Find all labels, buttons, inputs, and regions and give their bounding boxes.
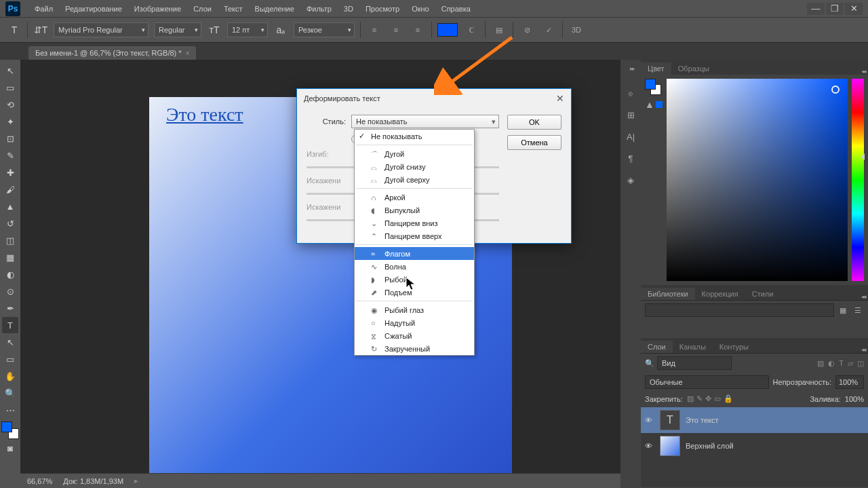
window-close[interactable]: ✕: [845, 3, 863, 15]
tool-preset-icon[interactable]: T: [7, 22, 22, 37]
blur-tool[interactable]: ◐: [2, 266, 18, 282]
visibility-icon[interactable]: 👁: [645, 416, 654, 424]
menu-image[interactable]: Изображение: [128, 5, 187, 13]
dropdown-item-shell-upper[interactable]: ⌃Панцирем вверх: [355, 229, 474, 242]
lock-pos-icon[interactable]: ✥: [705, 394, 711, 403]
align-right-icon[interactable]: ≡: [410, 22, 426, 38]
gradient-tool[interactable]: ▦: [2, 249, 18, 265]
path-select-tool[interactable]: ↖: [2, 334, 18, 350]
align-left-icon[interactable]: ≡: [366, 22, 382, 38]
commit-icon[interactable]: ✓: [540, 22, 557, 38]
lock-all-icon[interactable]: 🔒: [724, 394, 733, 403]
tab-libraries[interactable]: Библиотеки: [641, 288, 695, 300]
filter-smart-icon[interactable]: ◫: [857, 359, 864, 368]
menu-select[interactable]: Выделение: [249, 5, 300, 13]
wand-tool[interactable]: ✦: [2, 113, 18, 130]
brush-tool[interactable]: 🖌: [2, 181, 18, 198]
library-select[interactable]: [645, 303, 834, 317]
dodge-tool[interactable]: ⊙: [2, 283, 18, 299]
edit-toolbar[interactable]: ⋯: [2, 402, 18, 418]
threeD-icon[interactable]: 3D: [568, 22, 585, 38]
tab-adjustments[interactable]: Коррекция: [695, 288, 745, 300]
collapse-layers-icon[interactable]: ◂◂: [859, 346, 868, 353]
filter-adjust-icon[interactable]: ◐: [828, 359, 835, 368]
font-size-select[interactable]: 12 пт: [227, 22, 268, 37]
menu-help[interactable]: Справка: [435, 5, 477, 13]
window-maximize[interactable]: ❐: [826, 3, 844, 15]
color-field[interactable]: [667, 79, 848, 281]
dropdown-item-fisheye[interactable]: ◉Рыбий глаз: [355, 303, 474, 316]
tab-color[interactable]: Цвет: [641, 62, 671, 75]
filter-type-icon[interactable]: T: [839, 359, 844, 368]
history-brush-tool[interactable]: ↺: [2, 215, 18, 231]
menu-edit[interactable]: Редактирование: [59, 5, 128, 13]
fg-bg-colors[interactable]: [1, 421, 19, 439]
dropdown-item-bulge[interactable]: ◖Выпуклый: [355, 204, 474, 217]
lasso-tool[interactable]: ⟲: [2, 96, 18, 113]
text-color-swatch[interactable]: [437, 23, 458, 37]
font-family-select[interactable]: Myriad Pro Regular: [54, 22, 149, 37]
menu-view[interactable]: Просмотр: [359, 5, 406, 13]
lib-list-icon[interactable]: ☰: [852, 304, 864, 316]
blend-mode-select[interactable]: Обычные: [645, 375, 769, 389]
heal-tool[interactable]: ✚: [2, 164, 18, 181]
tab-swatches[interactable]: Образцы: [671, 62, 716, 75]
collapse-dock-icon[interactable]: ▸▸: [625, 61, 639, 76]
tab-channels[interactable]: Каналы: [673, 341, 713, 353]
cancel-button[interactable]: Отмена: [507, 135, 561, 150]
warp-text-icon[interactable]: Ꞇ: [463, 22, 479, 38]
properties-icon[interactable]: ⊞: [623, 107, 638, 122]
zoom-value[interactable]: 66,67%: [27, 477, 52, 485]
layer-name[interactable]: Верхний слой: [686, 442, 734, 450]
dropdown-item-arch[interactable]: ∩Аркой: [355, 191, 474, 204]
fg-swatch[interactable]: [645, 79, 661, 95]
antialias-select[interactable]: Резкое: [294, 22, 355, 37]
document-tab[interactable]: Без имени-1 @ 66,7% (Это текст, RGB/8) *…: [28, 46, 196, 60]
dropdown-item-squeeze[interactable]: ⧖Сжатый: [355, 329, 474, 342]
fill-value[interactable]: 100%: [845, 395, 864, 403]
quickmask-tool[interactable]: ◙: [2, 440, 18, 456]
filter-shape-icon[interactable]: ▱: [848, 359, 853, 368]
dropdown-item-none[interactable]: Не показывать: [355, 130, 474, 143]
menu-file[interactable]: Файл: [28, 5, 59, 13]
lock-trans-icon[interactable]: ▨: [687, 394, 694, 403]
type-tool[interactable]: T: [2, 317, 18, 333]
web-color-icon[interactable]: ▲: [645, 99, 663, 110]
filter-kind-select[interactable]: Вид: [657, 356, 732, 370]
menu-3d[interactable]: 3D: [338, 5, 359, 13]
dropdown-item-twist[interactable]: ↻Закрученный: [355, 342, 474, 355]
dropdown-item-inflate[interactable]: ○Надутый: [355, 316, 474, 329]
align-center-icon[interactable]: ≡: [388, 22, 404, 38]
history-icon[interactable]: ⟐: [623, 86, 638, 100]
stamp-tool[interactable]: ▲: [2, 198, 18, 214]
move-tool[interactable]: ↖: [2, 62, 18, 79]
dialog-close-icon[interactable]: ✕: [556, 93, 564, 104]
menu-layers[interactable]: Слои: [187, 5, 218, 13]
char-panel-icon[interactable]: ▤: [491, 22, 507, 38]
pen-tool[interactable]: ✒: [2, 300, 18, 316]
shape-tool[interactable]: ▭: [2, 351, 18, 367]
dropdown-item-rise[interactable]: ⬈Подъем: [355, 286, 474, 299]
paragraph-icon[interactable]: ¶: [623, 151, 638, 166]
character-icon[interactable]: A|: [623, 129, 638, 144]
hue-strip[interactable]: [852, 79, 864, 281]
style-select[interactable]: Не показывать: [351, 115, 499, 128]
filter-pixel-icon[interactable]: ▨: [817, 359, 824, 368]
menu-window[interactable]: Окно: [406, 5, 435, 13]
dropdown-item-arc-upper[interactable]: ⌓Дугой сверху: [355, 173, 474, 186]
hand-tool[interactable]: ✋: [2, 368, 18, 384]
doc-size[interactable]: Док: 1,83M/1,93M: [63, 477, 123, 485]
dropdown-item-fish[interactable]: ◗Рыбой: [355, 273, 474, 286]
layer-name[interactable]: Это текст: [686, 416, 719, 424]
dropdown-item-wave[interactable]: ∿Волна: [355, 260, 474, 273]
eraser-tool[interactable]: ◫: [2, 232, 18, 248]
lock-artboard-icon[interactable]: ▭: [714, 394, 721, 403]
menu-filter[interactable]: Фильтр: [300, 5, 338, 13]
zoom-tool[interactable]: 🔍: [2, 385, 18, 401]
window-minimize[interactable]: —: [807, 3, 825, 15]
opacity-value[interactable]: 100%: [835, 375, 864, 389]
close-tab-icon[interactable]: ×: [186, 50, 190, 57]
collapse-lib-icon[interactable]: ◂◂: [859, 293, 868, 300]
layer-row[interactable]: 👁 Верхний слой: [641, 433, 868, 459]
cancel-icon[interactable]: ⊘: [519, 22, 535, 38]
